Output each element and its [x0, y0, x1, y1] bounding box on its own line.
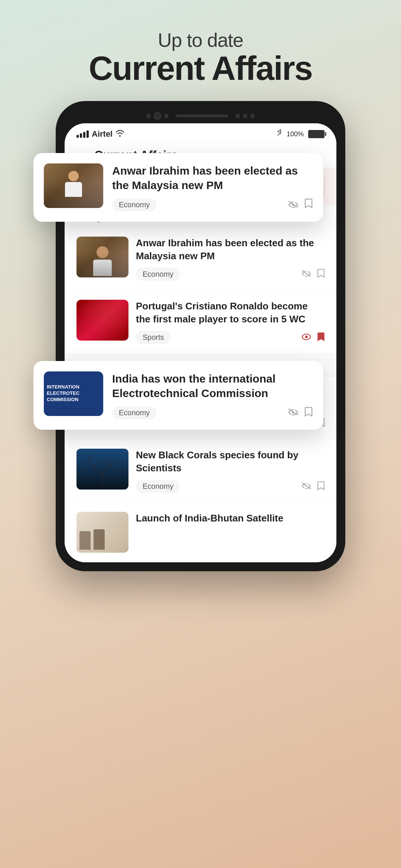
- bluetooth-icon: [276, 129, 282, 139]
- news-title-bhutan: Launch of India-Bhutan Satellite: [136, 512, 325, 525]
- eye-icon-ronaldo[interactable]: [301, 333, 311, 342]
- hero-section: Up to date Current Affairs: [0, 0, 401, 101]
- signal-bar-3: [83, 132, 85, 138]
- wifi-icon: [115, 129, 124, 139]
- iec-logo: INTERNATIONELECTROTECCOMMISSION: [47, 384, 79, 403]
- news-content-bhutan: Launch of India-Bhutan Satellite: [136, 512, 325, 530]
- svg-point-3: [305, 335, 308, 338]
- status-bar: Airtel 100%: [65, 123, 336, 142]
- news-tag-iec: Economy: [112, 406, 156, 419]
- phone-notch: [65, 110, 336, 123]
- eye-slash-anwar[interactable]: [301, 270, 311, 279]
- news-item-bhutan: Launch of India-Bhutan Satellite: [65, 503, 336, 562]
- signal-bars: [76, 130, 89, 138]
- floating-card-iec: INTERNATIONELECTROTECCOMMISSION India ha…: [33, 361, 323, 430]
- battery-percent: 100%: [287, 130, 304, 138]
- bookmark-coral[interactable]: [317, 481, 325, 492]
- floating-title-anwar: Anwar Ibrahim has been elected as the Ma…: [112, 163, 313, 192]
- news-meta-ronaldo: Sports: [136, 331, 325, 344]
- cam-dot-3: [235, 114, 240, 118]
- news-content-coral: New Black Corals species found by Scient…: [136, 449, 325, 493]
- floating-content-iec: India has won the international Electrot…: [112, 371, 313, 419]
- bookmark-ronaldo[interactable]: [317, 332, 325, 343]
- news-item-coral: New Black Corals species found by Scient…: [65, 439, 336, 502]
- bookmark-icon-iec[interactable]: [304, 407, 313, 419]
- news-tag-anwar: Economy: [112, 198, 156, 211]
- thumb-ronaldo-inline: [76, 300, 128, 341]
- news-meta-anwar-inline: Economy: [136, 268, 325, 281]
- eye-slash-icon-anwar[interactable]: [288, 199, 299, 211]
- signal-bar-2: [80, 133, 82, 138]
- notch-cameras-right: [235, 114, 255, 118]
- thumb-coral-inline: [76, 449, 128, 490]
- thumb-anwar: [44, 163, 103, 208]
- news-content-anwar: Anwar Ibrahim has been elected as the Ma…: [136, 237, 325, 281]
- tag-anwar: Economy: [136, 268, 180, 281]
- speaker: [176, 114, 228, 117]
- cam-dot-2: [164, 114, 169, 118]
- news-meta-iec: Economy: [112, 406, 313, 419]
- thumb-anwar-inline: [76, 237, 128, 277]
- news-title-coral: New Black Corals species found by Scient…: [136, 449, 325, 475]
- signal-bar-4: [87, 130, 89, 138]
- news-meta-coral: Economy: [136, 480, 325, 493]
- news-actions-iec: [288, 407, 313, 419]
- carrier-label: Airtel: [92, 129, 113, 139]
- battery-icon: [308, 130, 325, 138]
- thumb-bhutan-inline: [76, 512, 128, 553]
- status-left: Airtel: [76, 129, 124, 139]
- actions-anwar: [301, 269, 325, 280]
- floating-content-anwar: Anwar Ibrahim has been elected as the Ma…: [112, 163, 313, 211]
- news-actions-anwar: [288, 198, 313, 211]
- phone-wrapper: Anwar Ibrahim has been elected as the Ma…: [56, 101, 345, 572]
- signal-bar-1: [76, 135, 79, 138]
- thumb-iec: INTERNATIONELECTROTECCOMMISSION: [44, 371, 103, 416]
- hero-title: Current Affairs: [15, 51, 386, 86]
- news-title-ronaldo: Portugal's Cristiano Ronaldo become the …: [136, 300, 325, 326]
- news-title-anwar: Anwar Ibrahim has been elected as the Ma…: [136, 237, 325, 263]
- floating-title-iec: India has won the international Electrot…: [112, 371, 313, 400]
- news-content-ronaldo: Portugal's Cristiano Ronaldo become the …: [136, 300, 325, 344]
- status-right: 100%: [276, 129, 325, 139]
- actions-coral: [301, 481, 325, 492]
- bookmark-anwar[interactable]: [317, 269, 325, 280]
- notch-cameras: [146, 112, 169, 120]
- news-meta-anwar: Economy: [112, 198, 313, 211]
- cam-dot-main: [154, 112, 161, 120]
- tag-ronaldo: Sports: [136, 331, 171, 344]
- actions-ronaldo: [301, 332, 325, 343]
- bookmark-icon-anwar[interactable]: [304, 198, 313, 211]
- cam-dot-4: [243, 114, 247, 118]
- news-item-ronaldo: Portugal's Cristiano Ronaldo become the …: [65, 290, 336, 353]
- cam-dot-5: [250, 114, 255, 118]
- tag-coral: Economy: [136, 480, 180, 493]
- news-item-anwar: Anwar Ibrahim has been elected as the Ma…: [65, 227, 336, 290]
- hero-subtitle: Up to date: [15, 30, 386, 51]
- floating-card-anwar: Anwar Ibrahim has been elected as the Ma…: [33, 153, 323, 222]
- cam-dot-1: [146, 114, 151, 118]
- eye-slash-coral[interactable]: [301, 482, 311, 491]
- eye-slash-icon-iec[interactable]: [288, 408, 299, 417]
